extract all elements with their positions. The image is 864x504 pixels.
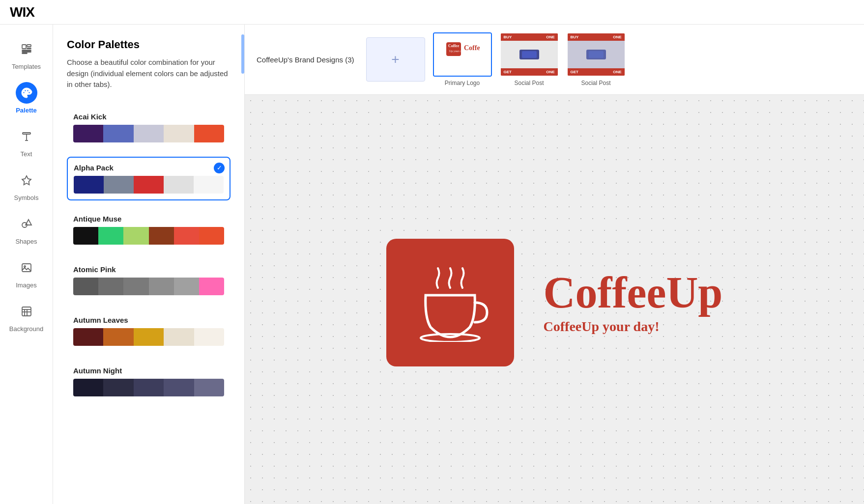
swatches-alpha-pack bbox=[74, 176, 224, 194]
templates-icon bbox=[21, 43, 32, 55]
swatch bbox=[73, 379, 103, 396]
svg-rect-14 bbox=[22, 307, 31, 316]
plus-icon: + bbox=[391, 52, 399, 67]
swatch bbox=[73, 328, 103, 346]
scrollbar[interactable] bbox=[241, 25, 244, 504]
palette-atomic-pink[interactable]: Atomic Pink bbox=[67, 259, 230, 302]
text-icon-wrap bbox=[16, 126, 37, 147]
swatch bbox=[199, 227, 224, 245]
palette-acai-kick[interactable]: Acai Kick bbox=[67, 106, 230, 149]
scrollbar-thumb[interactable] bbox=[241, 34, 244, 74]
spt-top: BUYONE bbox=[501, 33, 558, 41]
palette-name-autumn-night: Autumn Night bbox=[73, 366, 224, 375]
images-icon-wrap bbox=[16, 257, 37, 279]
palette-name-alpha-pack: Alpha Pack bbox=[74, 164, 224, 172]
swatches-atomic-pink bbox=[73, 278, 224, 295]
spt-bot: GETONE bbox=[501, 68, 558, 76]
shapes-icon bbox=[21, 218, 32, 230]
primary-logo-label: Primary Logo bbox=[433, 80, 492, 86]
swatch bbox=[104, 176, 134, 194]
sidebar-item-text[interactable]: Text bbox=[0, 120, 53, 164]
swatch bbox=[123, 227, 148, 245]
sidebar-label-shapes: Shapes bbox=[15, 238, 37, 245]
social-post-1-thumb[interactable]: BUYONE GETONE bbox=[500, 32, 559, 77]
swatch bbox=[164, 379, 194, 396]
swatch bbox=[194, 328, 224, 346]
social-post-1-content: BUYONE GETONE bbox=[501, 33, 558, 76]
swatch bbox=[199, 278, 224, 295]
sidebar-item-shapes[interactable]: Shapes bbox=[0, 207, 53, 251]
swatch bbox=[73, 227, 98, 245]
swatch bbox=[134, 379, 164, 396]
product-icon-2 bbox=[584, 47, 608, 62]
palette-alpha-pack[interactable]: ✓ Alpha Pack bbox=[67, 157, 230, 200]
sidebar-item-symbols[interactable]: Symbols bbox=[0, 164, 53, 207]
sidebar-item-templates[interactable]: Templates bbox=[0, 32, 53, 76]
swatch bbox=[103, 328, 133, 346]
shapes-icon-wrap bbox=[16, 213, 37, 235]
svg-text:Up your cup: Up your cup bbox=[449, 50, 464, 53]
svg-rect-4 bbox=[22, 52, 31, 52]
svg-rect-3 bbox=[22, 50, 31, 51]
swatch bbox=[174, 227, 199, 245]
swatch bbox=[149, 278, 174, 295]
swatch bbox=[123, 278, 148, 295]
swatch bbox=[74, 176, 104, 194]
templates-icon-wrap bbox=[16, 38, 37, 60]
sidebar-item-background[interactable]: Background bbox=[0, 295, 53, 338]
add-new-wrapper: + bbox=[366, 37, 425, 82]
swatch bbox=[194, 379, 224, 396]
sidebar-item-images[interactable]: Images bbox=[0, 251, 53, 295]
palette-list: Acai Kick ✓ Alpha Pack Antique M bbox=[53, 98, 244, 411]
spt-bot-2: GETONE bbox=[568, 68, 625, 76]
palette-autumn-leaves[interactable]: Autumn Leaves bbox=[67, 309, 230, 352]
social-post-1-wrapper: BUYONE GETONE Social Post bbox=[500, 32, 559, 86]
coffee-cup-svg bbox=[411, 263, 490, 342]
svg-point-13 bbox=[24, 266, 26, 267]
primary-logo-thumb[interactable]: Coffee Up your cup CoffeeUp bbox=[433, 32, 492, 77]
swatches-autumn-leaves bbox=[73, 328, 224, 346]
sidebar-item-palette[interactable]: Palette bbox=[0, 76, 53, 120]
swatch bbox=[134, 125, 164, 142]
product-icon bbox=[517, 47, 542, 62]
social-post-2-thumb[interactable]: BUYONE GETONE bbox=[567, 32, 626, 77]
palette-autumn-night[interactable]: Autumn Night bbox=[67, 360, 230, 403]
sidebar-label-images: Images bbox=[16, 281, 37, 289]
swatches-autumn-night bbox=[73, 379, 224, 396]
swatch bbox=[164, 328, 194, 346]
svg-rect-24 bbox=[522, 51, 537, 58]
palette-name-autumn-leaves: Autumn Leaves bbox=[73, 316, 224, 324]
svg-marker-9 bbox=[22, 176, 31, 185]
swatch bbox=[194, 176, 224, 194]
images-icon bbox=[21, 262, 32, 274]
svg-rect-6 bbox=[23, 133, 30, 134]
swatch bbox=[194, 125, 224, 142]
social-post-2-wrapper: BUYONE GETONE Social Post bbox=[567, 32, 626, 86]
panel-title: Color Palettes bbox=[67, 38, 230, 51]
selected-checkmark: ✓ bbox=[214, 163, 225, 173]
swatch bbox=[174, 278, 199, 295]
primary-logo-wrapper: Coffee Up your cup CoffeeUp Primary Logo bbox=[433, 32, 492, 86]
palette-name-acai-kick: Acai Kick bbox=[73, 112, 224, 121]
palette-name-antique-muse: Antique Muse bbox=[73, 215, 224, 223]
svg-rect-26 bbox=[589, 51, 604, 58]
palette-antique-muse[interactable]: Antique Muse bbox=[67, 208, 230, 251]
brand-strip: CoffeeUp's Brand Designs (3) + Coffee Up… bbox=[245, 25, 864, 95]
canvas-area: CoffeeUp CoffeeUp your day! bbox=[245, 95, 864, 504]
color-palettes-panel: Color Palettes Choose a beautiful color … bbox=[53, 25, 245, 504]
svg-rect-0 bbox=[22, 45, 26, 49]
swatch bbox=[73, 278, 98, 295]
background-icon bbox=[21, 306, 32, 317]
symbols-icon bbox=[21, 174, 32, 186]
brand-name: CoffeeUp bbox=[544, 271, 723, 315]
svg-rect-2 bbox=[27, 48, 31, 49]
swatch bbox=[103, 379, 133, 396]
add-new-thumb[interactable]: + bbox=[366, 37, 425, 82]
logo-mini-preview: Coffee Up your cup CoffeeUp bbox=[445, 41, 480, 68]
social-post-2-label: Social Post bbox=[567, 80, 626, 86]
svg-marker-11 bbox=[26, 220, 31, 225]
swatch bbox=[164, 176, 194, 194]
brand-tagline: CoffeeUp your day! bbox=[544, 319, 723, 335]
palette-icon bbox=[21, 87, 32, 99]
sidebar-label-symbols: Symbols bbox=[14, 194, 39, 201]
